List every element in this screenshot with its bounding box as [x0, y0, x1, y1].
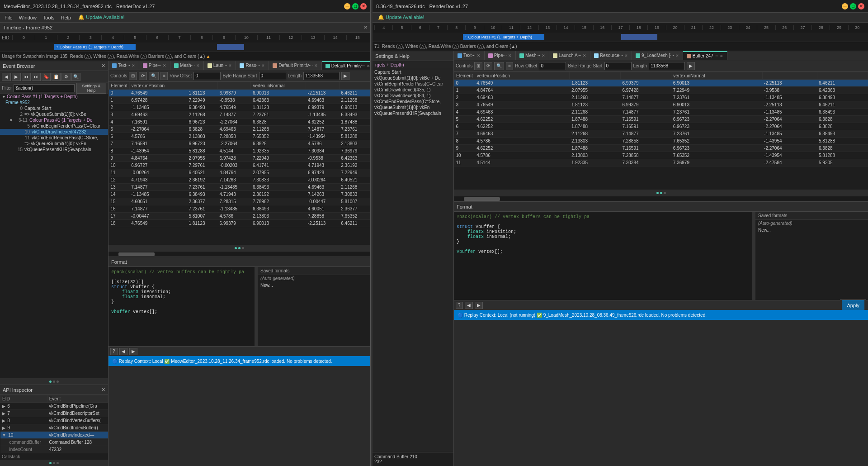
event-item-3-11[interactable]: ▼ 3-11 Colour Pass #1 (1 Targets + De — [0, 117, 108, 123]
eb-btn-3[interactable]: ⏮ — [22, 73, 31, 81]
right-event-draw1[interactable]: vkCmdDrawIndexed(435, 1) — [373, 87, 453, 93]
right-close-button[interactable]: ✕ — [858, 3, 864, 10]
ctrl-btn-1-left[interactable]: ⊞ — [129, 72, 137, 80]
eb-btn-8[interactable]: 🔍 — [71, 73, 80, 81]
right-event-endrp[interactable]: vkCmdEndRenderPass(C=Store, — [373, 99, 453, 105]
minimize-button[interactable]: ─ — [344, 3, 350, 10]
event-item-frame[interactable]: Frame #952 — [0, 100, 108, 105]
left-table-row-10[interactable]: 106.967277.29761-0.002036.417414.719432.… — [109, 162, 370, 169]
api-row-8[interactable]: ▶ 8 vkCmdBindVertexBuffers( — [0, 417, 108, 424]
event-item-11[interactable]: 11 vkCmdEndRenderPass(C=Store, — [0, 135, 108, 141]
ctrl-btn-2-left[interactable]: ⟳ — [139, 72, 147, 80]
api-row-10[interactable]: ▼ 10 vkCmdDrawIndexed— — [0, 432, 108, 439]
right-event-present[interactable]: vkQueuePresentKHR(Swapchain — [373, 110, 453, 116]
api-row-7[interactable]: ▶ 7 vkCmdBindDescriptorSet — [0, 410, 108, 417]
left-table-row-12[interactable]: 124.719432.361927.142637.30833-0.002646.… — [109, 176, 370, 184]
format-nav-right3[interactable]: ▶ — [475, 302, 483, 309]
left-format-editor[interactable]: #pack(scalar) // vertex buffers can be t… — [108, 267, 255, 346]
tab-resource-right[interactable]: Resource···✕ — [590, 51, 632, 60]
right-saved-new[interactable]: New... — [755, 227, 868, 233]
left-table-scroll-thumb[interactable] — [118, 252, 155, 256]
ctrl-apply-right[interactable]: ▶ — [687, 62, 695, 70]
api-row-6[interactable]: ▶ 6 vkCmdBindPipeline(Gra — [0, 403, 108, 410]
timeline-close-left[interactable]: ✕ — [363, 24, 368, 30]
left-table-row-18[interactable]: 184.765491.811236.993796.90013-2.251136.… — [109, 220, 370, 227]
right-table-row-0[interactable]: 04.765491.811236.993796.90013-2.251136.4… — [454, 80, 868, 87]
ctrl-btn-4-right[interactable]: ≡ — [506, 62, 513, 70]
event-browser-close[interactable]: ✕ — [101, 63, 105, 69]
left-table-row-8[interactable]: 8-1.439545.812884.51441.923357.303847.36… — [109, 147, 370, 155]
timeline-bar-left[interactable]: + Colour Pass #1 (1 Targets + Depth) — [0, 43, 370, 52]
tab-buffer-right[interactable]: Buffer 247 ···✕ — [683, 51, 727, 60]
format-nav-left3[interactable]: ▶ — [129, 348, 137, 355]
ctrl-apply-left[interactable]: ▶ — [341, 72, 349, 80]
right-table-row-7[interactable]: 74.694632.112687.148777.23761-1.134856.3… — [454, 130, 868, 138]
right-table-scrollbar[interactable] — [454, 196, 868, 201]
left-table-row-14[interactable]: 14-1.134856.384934.719432.361927.142637.… — [109, 191, 370, 198]
left-table-row-15[interactable]: 154.600512.363777.283157.78982-0.004475.… — [109, 198, 370, 205]
right-event-beginrp[interactable]: vkCmdBeginRenderPass(C=Clear — [373, 81, 453, 87]
eb-btn-6[interactable]: 📋 — [52, 73, 61, 81]
left-table-row-7[interactable]: 77.165916.96723-2.270646.38284.57862.138… — [109, 140, 370, 147]
tab-pipe-left[interactable]: Pipe···✕ — [139, 61, 170, 70]
right-mesh-table-container[interactable]: Element vertex.inPosition vertex.inNorma… — [454, 72, 868, 190]
left-table-row-6[interactable]: 64.57862.138037.288587.65352-1.439545.81… — [109, 133, 370, 140]
tab-default1-left[interactable]: Default Primitiv···✕ — [269, 61, 322, 70]
format-nav-left2[interactable]: ◀ — [119, 348, 127, 355]
eb-btn-5[interactable]: 🔖 — [42, 73, 51, 81]
timeline-ruler-right[interactable]: 4 5 6 7 8 9 10 11 12 13 14 15 16 17 18 1… — [373, 23, 868, 33]
event-item-0[interactable]: 0 Capture Start — [0, 105, 108, 111]
eb-btn-4[interactable]: ⏭ — [32, 73, 41, 81]
left-table-row-13[interactable]: 137.148777.23761-1.134856.384934.694632.… — [109, 184, 370, 191]
eb-btn-7[interactable]: ⚙ — [61, 73, 71, 81]
right-table-row-11[interactable]: 114.51441.923357.303847.36979-2.475845.9… — [454, 159, 868, 166]
filter-input[interactable] — [14, 84, 75, 92]
left-saved-auto[interactable]: (Auto-generated) — [258, 275, 370, 282]
right-table-row-10[interactable]: 104.57862.138037.288587.65352-1.439545.8… — [454, 152, 868, 159]
byte-range-input-right[interactable] — [604, 62, 632, 70]
left-table-row-2[interactable]: 2-1.134856.384934.765491.811236.993796.9… — [109, 104, 370, 111]
colour-pass-bar-right[interactable]: + Colour Pass #1 (1 Targets + Depth) — [463, 34, 544, 40]
right-event-draw2[interactable]: vkCmdDrawIndexed(384, 1) — [373, 93, 453, 99]
event-item-10[interactable]: 10 vkCmdDrawIndexed(47232, — [0, 129, 108, 135]
event-tree[interactable]: ▼ Colour Pass #1 (1 Targets + Depth) Fra… — [0, 94, 108, 378]
tab-launch-right[interactable]: Launch A···✕ — [549, 51, 590, 60]
tab-text-left[interactable]: Text···✕ — [108, 61, 139, 70]
right-event-start[interactable]: Capture Start — [373, 69, 453, 75]
event-item-colour-pass[interactable]: ▼ Colour Pass #1 (1 Targets + Depth) — [0, 94, 108, 100]
eb-btn-2[interactable]: ▶ — [12, 73, 21, 81]
left-saved-new[interactable]: New... — [258, 282, 370, 289]
menu-file[interactable]: File — [2, 14, 15, 21]
left-table-row-17[interactable]: 17-0.004475.810074.57862.138037.288587.6… — [109, 213, 370, 220]
menu-tools[interactable]: Tools — [40, 14, 57, 21]
right-saved-auto[interactable]: (Auto-generated) — [755, 220, 868, 227]
settings-help-btn[interactable]: Settings & Help — [76, 83, 106, 94]
ctrl-btn-4-left[interactable]: ≡ — [160, 72, 168, 80]
tab-mesh-right[interactable]: Mesh···✕ — [516, 51, 549, 60]
update-available-right[interactable]: 🔔 Update Available! — [378, 14, 424, 20]
left-table-row-16[interactable]: 167.148777.23761-1.134856.384934.600512.… — [109, 205, 370, 213]
tab-loadmesh-right[interactable]: 9_LoadMesh [···✕ — [632, 51, 683, 60]
api-inspector-close[interactable]: ✕ — [101, 387, 105, 393]
right-format-editor[interactable]: #pack(scalar) // vertex buffers can be t… — [454, 212, 752, 300]
tab-text-right[interactable]: Text···✕ — [454, 51, 485, 60]
left-table-row-3[interactable]: 34.694632.112687.148777.23761-1.134856.3… — [109, 111, 370, 119]
format-nav-right2[interactable]: ◀ — [465, 302, 473, 309]
eb-btn-1[interactable]: ◀ — [2, 73, 11, 81]
left-table-row-5[interactable]: 5-2.270646.38284.694632.112687.148777.23… — [109, 126, 370, 133]
menu-window[interactable]: Window — [16, 14, 39, 21]
tab-default2-left[interactable]: Default Primitiv···✕ — [322, 61, 370, 70]
byte-range-input-left[interactable] — [259, 72, 286, 80]
event-item-2[interactable]: 2 => vkQueueSubmit(1)[0]: vkBe — [0, 111, 108, 117]
tab-resource-left[interactable]: Reso···✕ — [236, 61, 269, 70]
ctrl-btn-1-right[interactable]: ⊞ — [474, 62, 482, 70]
right-table-row-9[interactable]: 94.622521.874887.165916.96723-2.270646.3… — [454, 145, 868, 152]
length-input-left[interactable] — [303, 72, 340, 80]
tab-mesh-left[interactable]: Mesh···✕ — [170, 61, 204, 70]
api-row-9[interactable]: ▶ 9 vkCmdBindIndexBuffer() — [0, 424, 108, 432]
right-table-row-6[interactable]: 64.622521.874887.165916.96723-2.270646.3… — [454, 123, 868, 130]
left-table-row-9[interactable]: 94.847642.079556.974287.22949-0.95386.42… — [109, 155, 370, 162]
row-offset-input-right[interactable] — [539, 62, 566, 70]
right-maximize-button[interactable]: □ — [850, 3, 856, 10]
left-table-row-1[interactable]: 16.974287.22949-0.95386.423634.694632.11… — [109, 97, 370, 104]
